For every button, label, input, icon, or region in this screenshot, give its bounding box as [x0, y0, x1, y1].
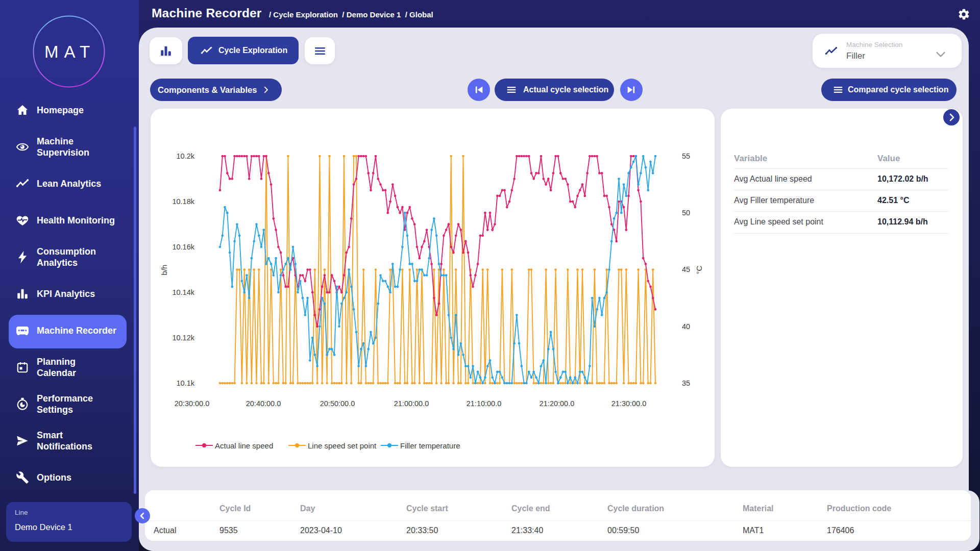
svg-text:20:50:00.0: 20:50:00.0: [320, 399, 355, 408]
svg-text:21:10:00.0: 21:10:00.0: [467, 399, 502, 408]
svg-text:21:30:00.0: 21:30:00.0: [611, 399, 647, 408]
svg-text:10.12k: 10.12k: [172, 334, 194, 342]
svg-text:50: 50: [682, 209, 690, 217]
svg-text:20:40:00.0: 20:40:00.0: [246, 399, 281, 408]
svg-text:21:00:00.0: 21:00:00.0: [394, 399, 429, 408]
svg-text:MAT: MAT: [44, 42, 95, 61]
svg-text:10.1k: 10.1k: [177, 379, 195, 387]
svg-text:Filler temperature: Filler temperature: [400, 441, 460, 450]
svg-text:55: 55: [682, 152, 690, 160]
svg-text:10.16k: 10.16k: [172, 243, 194, 251]
svg-text:Line speed set point: Line speed set point: [308, 441, 377, 450]
svg-text:20:30:00.0: 20:30:00.0: [175, 399, 210, 408]
svg-text:°C: °C: [695, 265, 703, 274]
svg-text:10.18k: 10.18k: [172, 197, 194, 206]
svg-text:b/h: b/h: [160, 265, 168, 276]
svg-text:21:20:00.0: 21:20:00.0: [540, 399, 575, 408]
svg-text:45: 45: [682, 265, 690, 273]
svg-text:10.2k: 10.2k: [177, 152, 195, 160]
svg-text:Actual line speed: Actual line speed: [215, 441, 273, 450]
svg-text:40: 40: [682, 322, 690, 331]
svg-text:10.14k: 10.14k: [172, 288, 194, 296]
svg-text:35: 35: [682, 379, 690, 387]
